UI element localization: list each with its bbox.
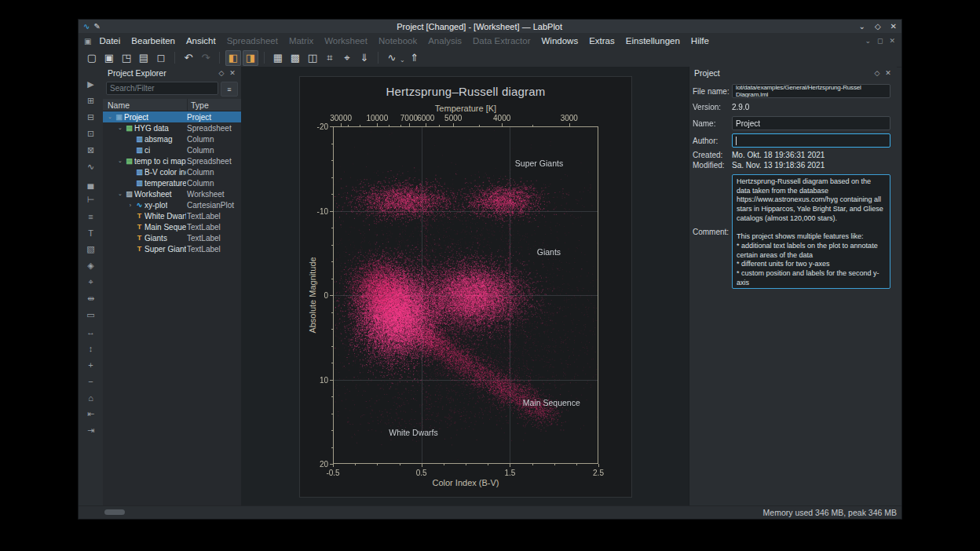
add-histogram-icon[interactable]: ▄	[83, 177, 99, 190]
presenter-mode-icon[interactable]: ▶	[83, 78, 99, 91]
float-panel-icon[interactable]: ◇	[872, 69, 883, 77]
column-header-name[interactable]: Name	[103, 99, 188, 111]
print-preview-icon[interactable]: ◻	[153, 50, 169, 66]
add-text-label-icon[interactable]: T	[83, 226, 99, 239]
add-xy-curve-icon[interactable]: ∿	[83, 160, 99, 173]
shift-right-icon[interactable]: ⇥	[83, 424, 99, 437]
save-project-icon[interactable]: ◳	[119, 50, 134, 66]
search-input[interactable]	[106, 82, 218, 95]
zoom-select-mode-icon[interactable]: ▭	[83, 308, 99, 322]
tree-row-temperature[interactable]: ▥temperatureColumn	[103, 177, 241, 188]
add-image-icon[interactable]: ▧	[83, 243, 99, 256]
plot-annotation-super-giants[interactable]: Super Giants	[515, 159, 563, 168]
tree-row-absmag[interactable]: ▥absmagColumn	[103, 133, 241, 144]
toggle-properties-explorer-icon[interactable]: ◨	[243, 50, 258, 66]
add-plot-box-icon[interactable]: ⊡	[83, 127, 99, 140]
export-icon[interactable]: ⇑	[407, 50, 422, 66]
add-legend-icon[interactable]: ≡	[83, 210, 99, 223]
child-minimize-icon[interactable]: ⌄	[865, 37, 871, 45]
tree-row-worksheet[interactable]: ⌄▨WorksheetWorksheet	[103, 188, 241, 199]
menu-windows[interactable]: Windows	[536, 35, 584, 47]
add-plot-four-axes-icon[interactable]: ⊞	[83, 94, 99, 108]
tree-column-header[interactable]: Name Type	[103, 99, 241, 111]
new-notebook-icon[interactable]: ⌗	[322, 50, 338, 66]
tree-row-white-dwarfs[interactable]: TWhite DwarfsTextLabel	[103, 210, 241, 221]
new-plot-dropdown-arrow[interactable]: ⌄	[400, 57, 405, 64]
x-tick-label: 2.5	[593, 469, 604, 477]
expander-icon[interactable]: ⌄	[116, 191, 124, 197]
open-project-icon[interactable]: ▣	[101, 50, 117, 66]
tree-row-temp-to-ci-mapping[interactable]: ⌄▤temp to ci mappingSpreadsheet	[103, 155, 241, 166]
close-panel-icon[interactable]: ✕	[883, 69, 894, 77]
memory-usage-label: Memory used 346 MB, peak 346 MB	[763, 508, 897, 517]
worksheet-view[interactable]: Hertzsprung–Russell diagram Temperature …	[241, 67, 689, 506]
plot-annotation-main-sequence[interactable]: Main Sequence	[523, 398, 580, 407]
minimize-button[interactable]: ⌄	[859, 22, 865, 31]
add-axis-icon[interactable]: ⊢	[83, 193, 99, 206]
titlebar[interactable]: ∿✎ Project [Changed] - [Worksheet] — Lab…	[79, 20, 901, 33]
add-plot-two-axes-icon[interactable]: ⊟	[83, 111, 99, 124]
menu-einstellungen[interactable]: Einstellungen	[620, 35, 686, 47]
new-datapicker-icon[interactable]: ⌖	[339, 50, 355, 66]
zoom-in-icon[interactable]: +	[83, 358, 99, 371]
tree-row-ci[interactable]: ▥ciColumn	[103, 144, 241, 155]
add-plot-centered-icon[interactable]: ⊠	[83, 144, 99, 157]
tree-row-project[interactable]: ⌄▣ProjectProject	[103, 111, 241, 122]
import-data-icon[interactable]: ⇓	[357, 50, 372, 66]
new-project-icon[interactable]: ▢	[84, 50, 100, 66]
menu-hilfe[interactable]: Hilfe	[686, 35, 715, 47]
tree-row-xy-plot[interactable]: ›∿xy-plotCartesianPlot	[103, 199, 241, 210]
close-panel-icon[interactable]: ✕	[227, 69, 238, 77]
zoom-y-mode-icon[interactable]: ↕	[83, 341, 99, 355]
undo-icon[interactable]: ↶	[181, 50, 196, 66]
textlabel-icon: T	[134, 234, 144, 242]
menu-extras[interactable]: Extras	[583, 35, 620, 47]
menu-ansicht[interactable]: Ansicht	[181, 35, 221, 47]
add-info-element-icon[interactable]: ◈	[83, 259, 99, 272]
plot-title[interactable]: Hertzsprung–Russell diagram	[333, 85, 598, 98]
comment-textarea[interactable]: Hertzsprung-Russell diagram based on the…	[732, 174, 890, 289]
menu-bearbeiten[interactable]: Bearbeiten	[126, 35, 181, 47]
zoom-fit-icon[interactable]: ⌂	[83, 391, 99, 404]
child-close-icon[interactable]: ✕	[889, 37, 895, 45]
expander-icon[interactable]: ›	[126, 203, 134, 208]
tree-row-super-giants[interactable]: TSuper GiantsTextLabel	[103, 243, 241, 254]
pan-mode-icon[interactable]: ⇹	[83, 292, 99, 305]
child-restore-icon[interactable]: ◻	[877, 37, 883, 45]
zoom-x-mode-icon[interactable]: ↔	[83, 325, 99, 338]
maximize-button[interactable]: ◇	[875, 22, 881, 31]
app-icon[interactable]: ∿	[83, 23, 90, 31]
pencil-icon[interactable]: ✎	[93, 23, 100, 31]
field-input-author[interactable]	[732, 133, 890, 148]
plot-annotation-white-dwarfs[interactable]: White Dwarfs	[389, 428, 437, 437]
print-icon[interactable]: ▤	[136, 50, 152, 66]
shift-left-icon[interactable]: ⇤	[83, 407, 99, 421]
plot-annotation-giants[interactable]: Giants	[537, 247, 561, 257]
tree-row-b-v-color-index[interactable]: ▥B-V color indexColumn	[103, 166, 241, 177]
tree-item-name: B-V color index	[144, 168, 186, 177]
select-mode-icon[interactable]: ⌖	[83, 276, 99, 289]
float-panel-icon[interactable]: ◇	[216, 69, 227, 77]
column-header-type[interactable]: Type	[188, 100, 241, 110]
field-input-name[interactable]: Project	[732, 116, 890, 130]
filter-options-button[interactable]: ≡	[221, 82, 238, 97]
hr-diagram-plot[interactable]	[325, 119, 606, 472]
x-tick-label: 0.5	[416, 469, 427, 477]
new-spreadsheet-icon[interactable]: ▦	[270, 50, 286, 66]
tree-row-main-sequence[interactable]: TMain SequenceTextLabel	[103, 221, 241, 232]
new-plot-icon[interactable]: ∿	[384, 50, 400, 66]
expander-icon[interactable]: ⌄	[116, 158, 124, 164]
tree-row-hyg-data[interactable]: ⌄▤HYG dataSpreadsheet	[103, 122, 241, 133]
new-worksheet-icon[interactable]: ◫	[305, 50, 320, 66]
expander-icon[interactable]: ⌄	[116, 125, 124, 131]
close-button[interactable]: ✕	[890, 22, 897, 31]
tree-row-giants[interactable]: TGiantsTextLabel	[103, 232, 241, 243]
worksheet-page[interactable]: Hertzsprung–Russell diagram Temperature …	[299, 76, 632, 498]
field-input-file-name[interactable]: lot/data/examples/General/Hertzsprung-Ru…	[732, 84, 890, 98]
status-slider[interactable]	[104, 509, 125, 515]
zoom-out-icon[interactable]: −	[83, 374, 99, 388]
menu-datei[interactable]: Datei	[93, 35, 126, 47]
toggle-project-explorer-icon[interactable]: ◧	[225, 50, 241, 66]
expander-icon[interactable]: ⌄	[106, 114, 114, 120]
new-matrix-icon[interactable]: ▩	[287, 50, 303, 66]
